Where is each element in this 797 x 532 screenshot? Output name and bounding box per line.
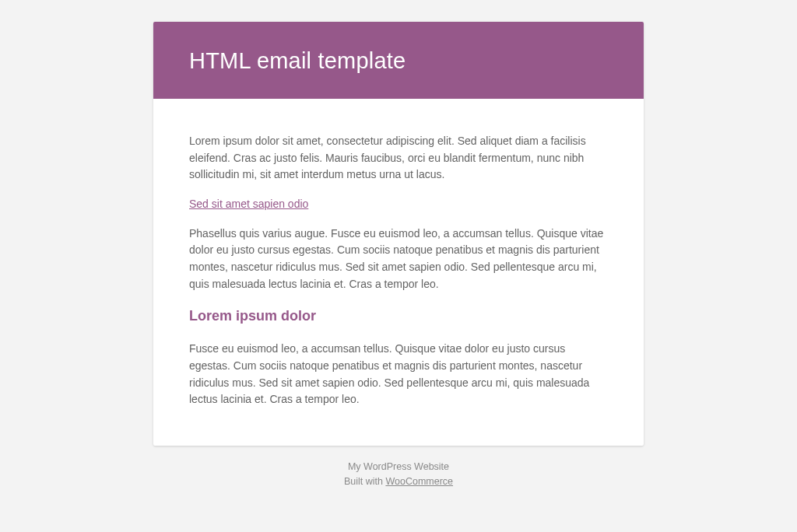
body-link-row: Sed sit amet sapien odio	[189, 196, 608, 213]
email-footer: My WordPress Website Built with WooComme…	[344, 460, 453, 489]
body-paragraph-1: Lorem ipsum dolor sit amet, consectetur …	[189, 133, 608, 184]
footer-built-line: Built with WooCommerce	[344, 474, 453, 489]
email-title: HTML email template	[189, 48, 608, 74]
body-paragraph-2: Phasellus quis varius augue. Fusce eu eu…	[189, 226, 608, 293]
email-header: HTML email template	[153, 22, 644, 99]
footer-site-name: My WordPress Website	[344, 460, 453, 474]
body-paragraph-3: Fusce eu euismod leo, a accumsan tellus.…	[189, 341, 608, 408]
body-heading-2: Lorem ipsum dolor	[189, 306, 608, 327]
body-link-1[interactable]: Sed sit amet sapien odio	[189, 198, 308, 210]
email-card: HTML email template Lorem ipsum dolor si…	[153, 22, 644, 446]
footer-woocommerce-link[interactable]: WooCommerce	[385, 476, 453, 487]
footer-built-prefix: Built with	[344, 476, 386, 487]
email-body: Lorem ipsum dolor sit amet, consectetur …	[153, 99, 644, 446]
